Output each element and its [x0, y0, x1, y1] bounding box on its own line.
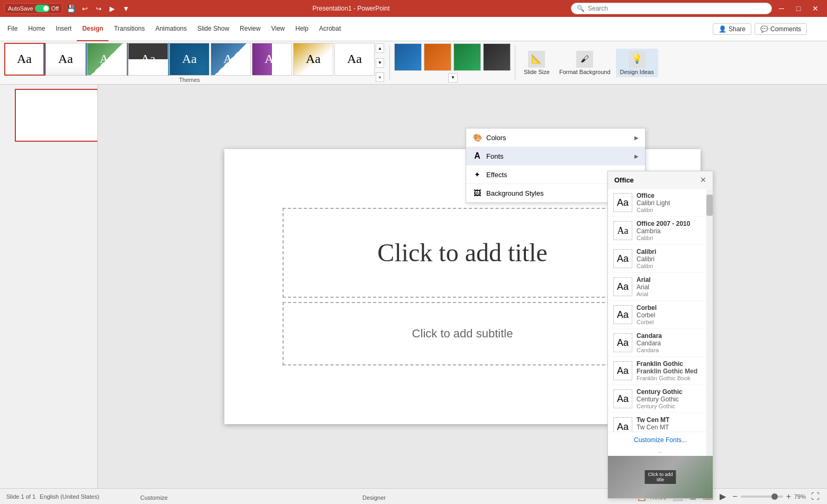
- font-item-office2010[interactable]: Aa Office 2007 - 2010 Cambria Calibri: [608, 217, 713, 245]
- font-body1-twcen: Tw Cen MT: [637, 424, 669, 431]
- language-label: English (United States): [40, 493, 99, 500]
- font-preview-candara: Aa: [613, 333, 632, 352]
- share-label: Share: [729, 25, 746, 33]
- slide-title-area[interactable]: Click to add title: [283, 208, 642, 298]
- slide-size-button[interactable]: 📐 Slide Size: [520, 49, 554, 77]
- design-toolbar: Aa Aa Aa Aa Aa Aa Aa Aa Aa Themes ▲ ▼ ≡ …: [0, 41, 827, 85]
- fonts-scrollbar[interactable]: [706, 189, 713, 482]
- fonts-scrollbar-thumb[interactable]: [706, 195, 713, 216]
- theme-item-4[interactable]: Aa: [169, 43, 210, 76]
- autosave-badge[interactable]: AutoSave Off: [4, 3, 62, 14]
- gallery-more-arrow[interactable]: ≡: [376, 72, 384, 82]
- tab-acrobat[interactable]: Acrobat: [314, 17, 346, 41]
- theme-item-1[interactable]: Aa: [46, 43, 86, 76]
- restore-button[interactable]: □: [791, 1, 806, 16]
- gallery-down-arrow[interactable]: ▼: [376, 58, 384, 68]
- font-body1-candara: Candara: [637, 340, 662, 347]
- variant-item-3[interactable]: [483, 43, 511, 71]
- tab-file[interactable]: File: [2, 17, 23, 41]
- theme-item-8[interactable]: Aa: [334, 43, 375, 76]
- design-ideas-button[interactable]: 💡 Design Ideas: [616, 49, 658, 77]
- font-names-arial: Arial Arial Arial: [637, 276, 651, 297]
- redo-icon[interactable]: ↪: [93, 3, 104, 14]
- autosave-toggle[interactable]: [35, 5, 50, 12]
- font-names-office: Office Calibri Light Calibri: [637, 192, 670, 213]
- font-item-century[interactable]: Aa Century Gothic Century Gothic Century…: [608, 385, 713, 413]
- font-heading-arial: Arial: [637, 276, 651, 283]
- design-ideas-label: Design Ideas: [620, 69, 654, 75]
- tab-transitions[interactable]: Transitions: [108, 17, 150, 41]
- tab-animations[interactable]: Animations: [150, 17, 192, 41]
- theme-item-2[interactable]: Aa: [87, 43, 127, 76]
- window-title: Presentation1 - PowerPoint: [313, 5, 390, 12]
- colors-label: Colors: [486, 134, 506, 142]
- variant-item-0[interactable]: [394, 43, 422, 71]
- search-input[interactable]: [588, 5, 766, 12]
- font-item-franklin[interactable]: Aa Franklin Gothic Franklin Gothic Med F…: [608, 357, 713, 385]
- design-ideas-icon: 💡: [629, 51, 646, 68]
- search-bar[interactable]: 🔍: [571, 3, 772, 14]
- font-heading-calibri: Calibri: [637, 248, 656, 255]
- fonts-dots: ...: [608, 448, 713, 456]
- font-names-calibri: Calibri Calibri Calibri: [637, 248, 656, 269]
- slideshow-button[interactable]: ▶: [719, 490, 727, 502]
- comments-button[interactable]: 💬 Comments: [755, 23, 807, 35]
- comments-icon: 💬: [760, 25, 768, 33]
- customize-qat-icon[interactable]: ▼: [121, 3, 131, 14]
- toolbar-sep-2: [515, 45, 515, 80]
- canvas-area[interactable]: Click to add title Click to add subtitle: [98, 85, 827, 488]
- fonts-label: Fonts: [486, 152, 504, 160]
- dropdown-colors[interactable]: 🎨 Colors ▶: [466, 129, 645, 147]
- zoom-out-button[interactable]: −: [731, 491, 738, 502]
- tab-help[interactable]: Help: [290, 17, 314, 41]
- fit-slide-button[interactable]: ⛶: [810, 491, 821, 502]
- zoom-in-button[interactable]: +: [785, 491, 792, 502]
- font-heading-corbel: Corbel: [637, 304, 657, 311]
- font-body1-franklin: Franklin Gothic Med: [637, 368, 697, 375]
- font-heading-century: Century Gothic: [637, 388, 683, 396]
- zoom-slider[interactable]: [741, 496, 783, 498]
- font-preview-twcen: Aa: [613, 417, 632, 432]
- font-item-candara[interactable]: Aa Candara Candara Candara: [608, 329, 713, 357]
- comments-label: Comments: [770, 25, 801, 33]
- present-icon[interactable]: ▶: [107, 3, 117, 14]
- font-item-arial[interactable]: Aa Arial Arial Arial: [608, 273, 713, 301]
- font-body2-office2010: Calibri: [637, 235, 690, 241]
- theme-item-7[interactable]: Aa: [293, 43, 333, 76]
- share-button[interactable]: 👤 Share: [713, 23, 751, 35]
- font-item-calibri[interactable]: Aa Calibri Calibri Calibri: [608, 245, 713, 273]
- theme-item-6[interactable]: Aa: [252, 43, 292, 76]
- designer-section: 📐 Slide Size 🖌 Format Background 💡 Desig…: [520, 43, 658, 82]
- font-preview-office2010: Aa: [613, 221, 632, 240]
- close-button[interactable]: ✕: [808, 1, 823, 16]
- variants-more-arrow[interactable]: ▼: [448, 73, 458, 83]
- slide-subtitle-area[interactable]: Click to add subtitle: [283, 302, 642, 365]
- fonts-panel-close-button[interactable]: ✕: [700, 176, 706, 184]
- variant-item-1[interactable]: [424, 43, 451, 71]
- font-names-corbel: Corbel Corbel Corbel: [637, 304, 657, 325]
- font-item-office[interactable]: Aa Office Calibri Light Calibri: [608, 189, 713, 217]
- tab-slideshow[interactable]: Slide Show: [192, 17, 234, 41]
- customize-fonts-button[interactable]: Customize Fonts...: [608, 432, 713, 448]
- slide-thumbnail[interactable]: [15, 89, 98, 142]
- gallery-up-arrow[interactable]: ▲: [376, 43, 384, 53]
- font-item-twcen[interactable]: Aa Tw Cen MT Tw Cen MT Tw Cen MT: [608, 413, 713, 432]
- save-icon[interactable]: 💾: [66, 3, 76, 14]
- theme-item-0[interactable]: Aa: [4, 43, 44, 76]
- ribbon-collapse-button[interactable]: ∧: [810, 22, 825, 36]
- theme-item-5[interactable]: Aa: [211, 43, 251, 76]
- font-body1-century: Century Gothic: [637, 396, 683, 403]
- undo-icon[interactable]: ↩: [79, 3, 90, 14]
- tab-view[interactable]: View: [266, 17, 290, 41]
- tab-home[interactable]: Home: [23, 17, 50, 41]
- minimize-button[interactable]: ─: [774, 1, 789, 16]
- tab-design[interactable]: Design: [77, 17, 108, 41]
- dropdown-fonts[interactable]: A Fonts ▶: [466, 147, 645, 166]
- tab-insert[interactable]: Insert: [50, 17, 77, 41]
- tab-review[interactable]: Review: [234, 17, 266, 41]
- font-heading-candara: Candara: [637, 332, 662, 340]
- font-item-corbel[interactable]: Aa Corbel Corbel Corbel: [608, 301, 713, 329]
- theme-item-3[interactable]: Aa: [128, 43, 168, 76]
- format-bg-button[interactable]: 🖌 Format Background: [555, 49, 615, 77]
- variant-item-2[interactable]: [453, 43, 481, 71]
